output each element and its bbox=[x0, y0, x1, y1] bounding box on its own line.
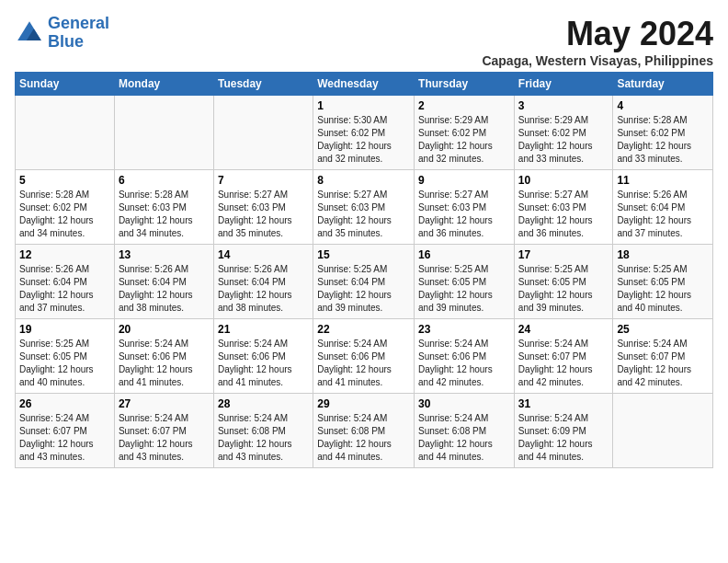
calendar-day-cell: 20Sunrise: 5:24 AM Sunset: 6:06 PM Dayli… bbox=[114, 319, 213, 394]
day-info: Sunrise: 5:24 AM Sunset: 6:08 PM Dayligh… bbox=[218, 412, 309, 464]
day-info: Sunrise: 5:27 AM Sunset: 6:03 PM Dayligh… bbox=[317, 189, 410, 240]
calendar-day-cell: 29Sunrise: 5:24 AM Sunset: 6:08 PM Dayli… bbox=[313, 394, 415, 468]
calendar-day-cell: 6Sunrise: 5:28 AM Sunset: 6:03 PM Daylig… bbox=[114, 170, 213, 245]
calendar-day-cell: 9Sunrise: 5:27 AM Sunset: 6:03 PM Daylig… bbox=[415, 170, 515, 245]
day-number: 7 bbox=[218, 174, 309, 187]
day-number: 25 bbox=[617, 323, 709, 336]
calendar-day-cell bbox=[213, 96, 313, 170]
day-number: 10 bbox=[518, 174, 609, 187]
day-number: 4 bbox=[617, 99, 709, 112]
calendar-day-cell: 27Sunrise: 5:24 AM Sunset: 6:07 PM Dayli… bbox=[114, 394, 213, 468]
calendar-day-cell bbox=[16, 96, 115, 170]
day-number: 5 bbox=[19, 174, 110, 187]
day-info: Sunrise: 5:24 AM Sunset: 6:07 PM Dayligh… bbox=[19, 412, 110, 464]
day-info: Sunrise: 5:27 AM Sunset: 6:03 PM Dayligh… bbox=[418, 189, 510, 240]
day-info: Sunrise: 5:24 AM Sunset: 6:06 PM Dayligh… bbox=[119, 338, 210, 389]
weekday-header-cell: Saturday bbox=[613, 73, 713, 96]
calendar-week-row: 26Sunrise: 5:24 AM Sunset: 6:07 PM Dayli… bbox=[16, 394, 713, 468]
calendar-day-cell: 26Sunrise: 5:24 AM Sunset: 6:07 PM Dayli… bbox=[16, 394, 115, 468]
calendar-day-cell: 19Sunrise: 5:25 AM Sunset: 6:05 PM Dayli… bbox=[16, 319, 115, 394]
calendar-day-cell bbox=[114, 96, 213, 170]
day-info: Sunrise: 5:25 AM Sunset: 6:05 PM Dayligh… bbox=[617, 263, 709, 315]
day-number: 12 bbox=[19, 248, 110, 261]
calendar-day-cell: 1Sunrise: 5:30 AM Sunset: 6:02 PM Daylig… bbox=[313, 96, 415, 170]
day-info: Sunrise: 5:30 AM Sunset: 6:02 PM Dayligh… bbox=[317, 114, 410, 166]
day-number: 28 bbox=[218, 397, 309, 410]
calendar-week-row: 19Sunrise: 5:25 AM Sunset: 6:05 PM Dayli… bbox=[16, 319, 713, 394]
day-number: 22 bbox=[317, 323, 410, 336]
logo-text: General Blue bbox=[48, 15, 109, 52]
month-title: May 2024 bbox=[482, 15, 713, 53]
day-info: Sunrise: 5:25 AM Sunset: 6:05 PM Dayligh… bbox=[418, 263, 510, 315]
weekday-header-cell: Tuesday bbox=[213, 73, 313, 96]
day-number: 9 bbox=[418, 174, 510, 187]
calendar-day-cell: 5Sunrise: 5:28 AM Sunset: 6:02 PM Daylig… bbox=[16, 170, 115, 245]
day-info: Sunrise: 5:25 AM Sunset: 6:04 PM Dayligh… bbox=[317, 263, 410, 315]
day-number: 16 bbox=[418, 248, 510, 261]
calendar-table: SundayMondayTuesdayWednesdayThursdayFrid… bbox=[15, 72, 713, 468]
calendar-day-cell: 7Sunrise: 5:27 AM Sunset: 6:03 PM Daylig… bbox=[213, 170, 313, 245]
calendar-day-cell bbox=[613, 394, 713, 468]
calendar-body: 1Sunrise: 5:30 AM Sunset: 6:02 PM Daylig… bbox=[16, 96, 713, 468]
calendar-day-cell: 25Sunrise: 5:24 AM Sunset: 6:07 PM Dayli… bbox=[613, 319, 713, 394]
calendar-week-row: 12Sunrise: 5:26 AM Sunset: 6:04 PM Dayli… bbox=[16, 245, 713, 319]
day-info: Sunrise: 5:26 AM Sunset: 6:04 PM Dayligh… bbox=[19, 263, 110, 315]
day-number: 14 bbox=[218, 248, 309, 261]
calendar-week-row: 5Sunrise: 5:28 AM Sunset: 6:02 PM Daylig… bbox=[16, 170, 713, 245]
day-number: 1 bbox=[317, 99, 410, 112]
day-number: 30 bbox=[418, 397, 510, 410]
calendar-day-cell: 11Sunrise: 5:26 AM Sunset: 6:04 PM Dayli… bbox=[613, 170, 713, 245]
weekday-header-row: SundayMondayTuesdayWednesdayThursdayFrid… bbox=[16, 73, 713, 96]
day-info: Sunrise: 5:24 AM Sunset: 6:06 PM Dayligh… bbox=[317, 338, 410, 389]
calendar-day-cell: 3Sunrise: 5:29 AM Sunset: 6:02 PM Daylig… bbox=[514, 96, 613, 170]
weekday-header-cell: Wednesday bbox=[313, 73, 415, 96]
day-number: 17 bbox=[518, 248, 609, 261]
day-info: Sunrise: 5:24 AM Sunset: 6:06 PM Dayligh… bbox=[218, 338, 309, 389]
day-number: 24 bbox=[518, 323, 609, 336]
page-header: General Blue May 2024 Capaga, Western Vi… bbox=[15, 15, 713, 68]
day-number: 13 bbox=[119, 248, 210, 261]
day-info: Sunrise: 5:24 AM Sunset: 6:09 PM Dayligh… bbox=[518, 412, 609, 464]
day-number: 26 bbox=[19, 397, 110, 410]
day-info: Sunrise: 5:24 AM Sunset: 6:06 PM Dayligh… bbox=[418, 338, 510, 389]
logo: General Blue bbox=[15, 15, 109, 52]
day-info: Sunrise: 5:26 AM Sunset: 6:04 PM Dayligh… bbox=[617, 189, 709, 240]
calendar-day-cell: 23Sunrise: 5:24 AM Sunset: 6:06 PM Dayli… bbox=[415, 319, 515, 394]
day-info: Sunrise: 5:24 AM Sunset: 6:07 PM Dayligh… bbox=[518, 338, 609, 389]
calendar-day-cell: 21Sunrise: 5:24 AM Sunset: 6:06 PM Dayli… bbox=[213, 319, 313, 394]
day-number: 21 bbox=[218, 323, 309, 336]
day-info: Sunrise: 5:24 AM Sunset: 6:07 PM Dayligh… bbox=[119, 412, 210, 464]
calendar-day-cell: 28Sunrise: 5:24 AM Sunset: 6:08 PM Dayli… bbox=[213, 394, 313, 468]
weekday-header-cell: Thursday bbox=[415, 73, 515, 96]
title-block: May 2024 Capaga, Western Visayas, Philip… bbox=[482, 15, 713, 68]
weekday-header-cell: Monday bbox=[114, 73, 213, 96]
day-info: Sunrise: 5:28 AM Sunset: 6:02 PM Dayligh… bbox=[617, 114, 709, 166]
calendar-day-cell: 24Sunrise: 5:24 AM Sunset: 6:07 PM Dayli… bbox=[514, 319, 613, 394]
day-number: 15 bbox=[317, 248, 410, 261]
calendar-day-cell: 22Sunrise: 5:24 AM Sunset: 6:06 PM Dayli… bbox=[313, 319, 415, 394]
calendar-day-cell: 12Sunrise: 5:26 AM Sunset: 6:04 PM Dayli… bbox=[16, 245, 115, 319]
calendar-day-cell: 17Sunrise: 5:25 AM Sunset: 6:05 PM Dayli… bbox=[514, 245, 613, 319]
day-number: 23 bbox=[418, 323, 510, 336]
day-info: Sunrise: 5:25 AM Sunset: 6:05 PM Dayligh… bbox=[518, 263, 609, 315]
calendar-day-cell: 8Sunrise: 5:27 AM Sunset: 6:03 PM Daylig… bbox=[313, 170, 415, 245]
day-number: 20 bbox=[119, 323, 210, 336]
day-number: 19 bbox=[19, 323, 110, 336]
day-info: Sunrise: 5:26 AM Sunset: 6:04 PM Dayligh… bbox=[119, 263, 210, 315]
location: Capaga, Western Visayas, Philippines bbox=[482, 53, 713, 68]
calendar-day-cell: 4Sunrise: 5:28 AM Sunset: 6:02 PM Daylig… bbox=[613, 96, 713, 170]
day-info: Sunrise: 5:26 AM Sunset: 6:04 PM Dayligh… bbox=[218, 263, 309, 315]
day-number: 18 bbox=[617, 248, 709, 261]
day-info: Sunrise: 5:27 AM Sunset: 6:03 PM Dayligh… bbox=[218, 189, 309, 240]
calendar-day-cell: 14Sunrise: 5:26 AM Sunset: 6:04 PM Dayli… bbox=[213, 245, 313, 319]
weekday-header-cell: Sunday bbox=[16, 73, 115, 96]
calendar-day-cell: 2Sunrise: 5:29 AM Sunset: 6:02 PM Daylig… bbox=[415, 96, 515, 170]
calendar-day-cell: 18Sunrise: 5:25 AM Sunset: 6:05 PM Dayli… bbox=[613, 245, 713, 319]
weekday-header-cell: Friday bbox=[514, 73, 613, 96]
day-info: Sunrise: 5:24 AM Sunset: 6:08 PM Dayligh… bbox=[418, 412, 510, 464]
day-number: 27 bbox=[119, 397, 210, 410]
day-number: 6 bbox=[119, 174, 210, 187]
day-info: Sunrise: 5:27 AM Sunset: 6:03 PM Dayligh… bbox=[518, 189, 609, 240]
logo-line2: Blue bbox=[48, 32, 84, 51]
calendar-day-cell: 15Sunrise: 5:25 AM Sunset: 6:04 PM Dayli… bbox=[313, 245, 415, 319]
